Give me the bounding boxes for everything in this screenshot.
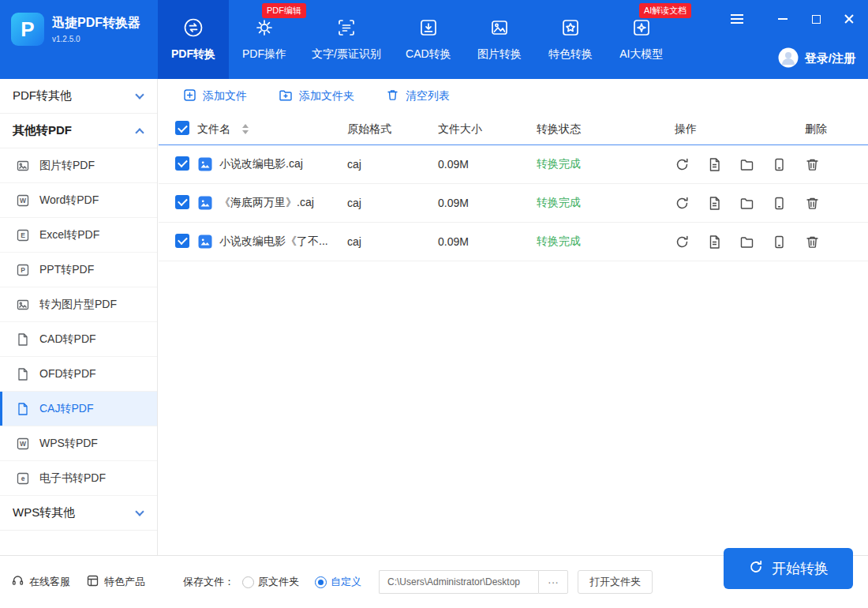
document-icon[interactable]: [707, 196, 722, 211]
trash-icon[interactable]: [805, 196, 820, 211]
row-checkbox[interactable]: [175, 156, 189, 171]
chevron-up-icon: [135, 128, 144, 137]
featured-products-link[interactable]: 特色产品: [86, 574, 145, 590]
caj-doc-icon: [16, 402, 30, 416]
output-path-input[interactable]: [379, 570, 538, 594]
sidebar-item-caj-to-pdf[interactable]: CAJ转PDF: [0, 392, 157, 426]
sidebar-item-ofd-to-pdf[interactable]: OFD转PDF: [0, 357, 157, 392]
sidebar-item-label: 图片转PDF: [39, 159, 95, 173]
refresh-icon[interactable]: [675, 157, 690, 172]
select-all-checkbox[interactable]: [175, 121, 189, 135]
star-convert-icon: [560, 17, 581, 40]
close-icon[interactable]: [843, 13, 855, 25]
radio-custom-folder-label: 自定义: [331, 575, 361, 589]
column-size: 文件大小: [438, 122, 537, 137]
file-name: 小说改编电影.caj: [219, 157, 303, 171]
document-icon[interactable]: [707, 157, 722, 172]
add-file-label: 添加文件: [203, 89, 247, 103]
folder-icon[interactable]: [739, 235, 754, 250]
sidebar-item-to-image-pdf[interactable]: 转为图片型PDF: [0, 287, 157, 322]
online-service-link[interactable]: 在线客服: [11, 574, 70, 590]
login-label: 登录/注册: [805, 51, 855, 66]
sort-icon[interactable]: [242, 124, 249, 134]
folder-icon[interactable]: [739, 157, 754, 172]
excel-icon: E: [16, 228, 30, 242]
cad-convert-icon: [418, 17, 439, 40]
word-icon: W: [16, 193, 30, 208]
preview-icon[interactable]: [772, 235, 787, 250]
refresh-icon[interactable]: [675, 235, 690, 250]
sidebar-item-word-to-pdf[interactable]: W Word转PDF: [0, 183, 157, 218]
tab-image-convert-label: 图片转换: [477, 47, 522, 62]
file-table: 文件名 原始格式 文件大小 转换状态 操作 删除 小说改编电影.caj ca: [159, 114, 868, 261]
menu-icon[interactable]: [731, 13, 743, 25]
tab-image-convert[interactable]: 图片转换: [464, 0, 535, 79]
tab-featured-convert[interactable]: 特色转换: [535, 0, 606, 79]
preview-icon[interactable]: [772, 196, 787, 211]
tab-cad-convert[interactable]: CAD转换: [393, 0, 464, 79]
sidebar-item-ebook-to-pdf[interactable]: e 电子书转PDF: [0, 461, 157, 496]
radio-original-folder[interactable]: 原文件夹: [242, 575, 299, 589]
start-convert-label: 开始转换: [772, 559, 829, 578]
gear-icon: [254, 17, 275, 40]
file-format: caj: [347, 158, 438, 171]
column-filename-label: 文件名: [197, 122, 230, 137]
sidebar-group-pdf-to-other[interactable]: PDF转其他: [0, 79, 157, 114]
column-action: 操作: [675, 122, 805, 137]
sidebar-footer: 在线客服 特色产品: [11, 556, 145, 608]
image-convert-icon: [489, 17, 510, 40]
app-brand: P 迅捷PDF转换器 v1.2.5.0: [11, 13, 140, 46]
preview-icon[interactable]: [772, 157, 787, 172]
refresh-icon[interactable]: [675, 196, 690, 211]
refresh-icon: [748, 559, 764, 579]
sidebar-item-label: CAJ转PDF: [39, 402, 93, 416]
sidebar-item-label: OFD转PDF: [39, 367, 96, 381]
sidebar-item-label: 电子书转PDF: [39, 471, 106, 486]
clear-list-button[interactable]: 清空列表: [386, 88, 450, 104]
add-file-button[interactable]: 添加文件: [183, 88, 247, 104]
minimize-icon[interactable]: [776, 13, 789, 25]
ppt-icon: P: [16, 263, 30, 277]
login-register-button[interactable]: 登录/注册: [778, 47, 855, 70]
sidebar-item-image-to-pdf[interactable]: 图片转PDF: [0, 148, 157, 183]
maximize-icon[interactable]: [810, 13, 822, 25]
status-text: 转换完成: [537, 196, 675, 210]
trash-icon[interactable]: [805, 235, 820, 250]
clear-list-icon: [386, 88, 399, 104]
start-convert-button[interactable]: 开始转换: [724, 548, 853, 589]
svg-text:P: P: [21, 266, 25, 274]
app-window: P 迅捷PDF转换器 v1.2.5.0 PDF转换 PDF编辑 PDF操作: [0, 0, 868, 608]
file-format: caj: [347, 197, 438, 209]
browse-button[interactable]: ···: [538, 570, 568, 594]
sidebar-item-excel-to-pdf[interactable]: E Excel转PDF: [0, 218, 157, 253]
ebook-icon: e: [16, 471, 30, 486]
row-checkbox[interactable]: [175, 234, 189, 248]
radio-checked-icon: [315, 576, 327, 588]
tab-pdf-operate[interactable]: PDF编辑 PDF操作: [229, 0, 300, 79]
document-icon[interactable]: [707, 235, 722, 250]
add-folder-button[interactable]: 添加文件夹: [279, 88, 354, 104]
sidebar-group-wps-to-other[interactable]: WPS转其他: [0, 496, 157, 531]
app-logo-icon: P: [11, 13, 44, 46]
tab-ocr[interactable]: 文字/票证识别: [300, 0, 393, 79]
folder-icon[interactable]: [739, 196, 754, 211]
open-folder-button[interactable]: 打开文件夹: [578, 570, 653, 594]
tab-ai-model[interactable]: AI解读文档 AI大模型: [606, 0, 677, 79]
status-text: 转换完成: [537, 235, 675, 249]
clear-list-label: 清空列表: [406, 89, 450, 103]
row-checkbox[interactable]: [175, 195, 189, 209]
trash-icon[interactable]: [805, 157, 820, 172]
sidebar-group-other-to-pdf[interactable]: 其他转PDF: [0, 114, 157, 148]
tab-pdf-operate-label: PDF操作: [242, 47, 286, 62]
save-options: 保存文件： 原文件夹 自定义 ··· 打开文件夹: [183, 556, 653, 608]
radio-custom-folder[interactable]: 自定义: [315, 575, 361, 589]
sidebar-item-cad-to-pdf[interactable]: CAD转PDF: [0, 322, 157, 357]
top-bar: P 迅捷PDF转换器 v1.2.5.0 PDF转换 PDF编辑 PDF操作: [0, 0, 868, 79]
sidebar-item-label: 转为图片型PDF: [39, 298, 117, 312]
tab-pdf-convert[interactable]: PDF转换: [158, 0, 229, 79]
table-row: 小说改编电影.caj caj 0.09M 转换完成: [159, 145, 868, 184]
file-size: 0.09M: [438, 197, 537, 209]
column-filename[interactable]: 文件名: [197, 122, 347, 137]
sidebar-item-wps-to-pdf[interactable]: W WPS转PDF: [0, 426, 157, 461]
sidebar-item-ppt-to-pdf[interactable]: P PPT转PDF: [0, 253, 157, 287]
